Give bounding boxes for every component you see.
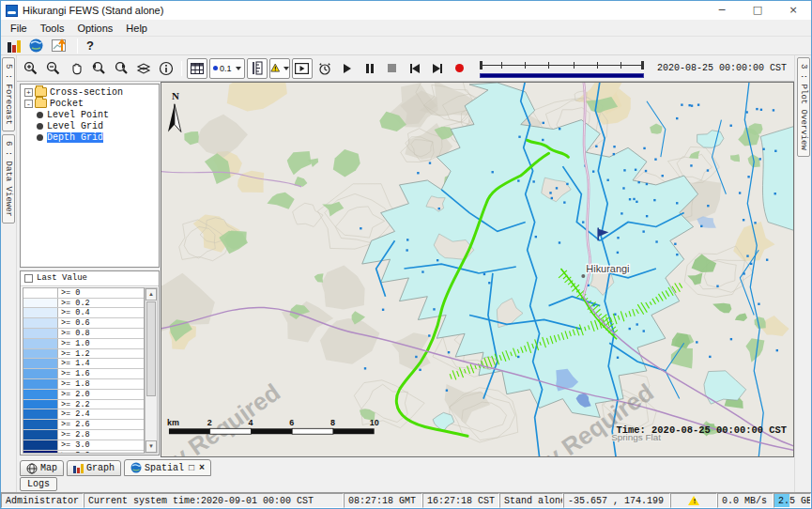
- timeseries-display-icon[interactable]: [52, 39, 69, 53]
- zoom-in-icon[interactable]: [21, 58, 41, 79]
- menu-bar: File Tools Options Help: [1, 20, 811, 37]
- panel-close-icon[interactable]: ×: [199, 463, 205, 473]
- layers-icon[interactable]: [133, 58, 154, 79]
- status-local-time: 16:27:18 CST: [422, 493, 499, 508]
- legend-threshold-label: >= 1.4: [57, 359, 144, 368]
- menu-file[interactable]: File: [5, 22, 33, 35]
- interval-dropdown[interactable]: 0.1: [209, 58, 245, 79]
- tab-forecast[interactable]: 5 : Forecast: [2, 57, 15, 131]
- interval-value: 0.1: [220, 64, 232, 73]
- map-toolbar: 0.1: [17, 55, 794, 82]
- wire-globe-icon: [26, 463, 38, 474]
- tree-item-level-grid[interactable]: Level Grid: [21, 120, 159, 131]
- last-value-checkbox[interactable]: [24, 274, 33, 283]
- globe-icon: [130, 462, 142, 473]
- legend-row: >= 1.4: [23, 359, 144, 369]
- tab-graph[interactable]: Graph: [67, 460, 121, 476]
- map-view[interactable]: API Key Required API Key Required N Hiku…: [161, 82, 794, 457]
- menu-tools[interactable]: Tools: [35, 22, 70, 35]
- chevron-down-icon: [236, 67, 241, 70]
- tree-item-depth-grid[interactable]: Depth Grid: [21, 131, 159, 143]
- movie-export-icon[interactable]: [292, 58, 313, 79]
- time-slider[interactable]: [478, 57, 646, 80]
- record-button[interactable]: [450, 58, 470, 79]
- zoom-previous-icon[interactable]: [88, 58, 109, 79]
- info-icon[interactable]: [156, 58, 176, 79]
- tree-item-label[interactable]: Level Point: [47, 110, 109, 120]
- menu-help[interactable]: Help: [120, 22, 153, 35]
- tree-item-label[interactable]: Cross-section: [50, 87, 123, 98]
- map-canvas[interactable]: API Key Required API Key Required N Hiku…: [161, 83, 793, 456]
- tree-item-label[interactable]: Pocket: [50, 99, 84, 109]
- tab-data-viewer[interactable]: 6 : Data Viewer: [2, 134, 15, 224]
- panel-maximize-icon[interactable]: □: [189, 463, 194, 473]
- bottom-tab-bar: Map Graph Spatial □ ×: [17, 457, 794, 476]
- app-icon: [6, 5, 18, 17]
- expand-icon[interactable]: +: [24, 88, 33, 97]
- legend-color-swatch: [23, 339, 57, 348]
- data-display-icon[interactable]: [7, 39, 23, 53]
- status-bar: Administrator Current system time:2020-0…: [1, 492, 811, 508]
- legend-color-swatch: [23, 379, 57, 389]
- logs-button[interactable]: Logs: [20, 477, 57, 491]
- legend-color-swatch: [23, 430, 57, 440]
- legend-threshold-label: >= 1.8: [57, 379, 144, 389]
- svg-text:8: 8: [330, 418, 335, 427]
- tab-plot-overview[interactable]: 3 : Plot Overview: [797, 57, 810, 157]
- first-step-button[interactable]: [405, 58, 425, 79]
- pause-button[interactable]: [360, 58, 380, 79]
- legend-row: >= 0.6: [23, 318, 144, 329]
- town-label: Hikurangi: [586, 263, 629, 274]
- north-label: N: [172, 90, 179, 101]
- play-button[interactable]: [337, 58, 358, 79]
- toolbar-separator: [181, 61, 182, 76]
- layer-bullet-icon: [37, 134, 43, 141]
- tab-spatial[interactable]: Spatial □ ×: [124, 459, 211, 476]
- tree-item-level-point[interactable]: Level Point: [21, 109, 159, 120]
- help-button[interactable]: ?: [86, 39, 94, 53]
- warning-dropdown[interactable]: [269, 58, 290, 79]
- minimize-button[interactable]: −: [704, 1, 740, 20]
- status-warning[interactable]: [670, 493, 717, 508]
- stop-button[interactable]: [382, 58, 403, 79]
- tree-item-label[interactable]: Depth Grid: [47, 132, 103, 143]
- legend-color-swatch: [23, 400, 57, 409]
- legend-row: >= 0.8: [23, 329, 144, 339]
- legend-scrollbar[interactable]: ▲ ▼: [145, 287, 158, 454]
- layer-bullet-icon: [37, 112, 43, 118]
- tab-map[interactable]: Map: [20, 460, 64, 476]
- legend-color-swatch: [23, 420, 57, 429]
- scroll-up-icon[interactable]: ▲: [146, 288, 157, 301]
- legend-threshold-label: >= 3.2: [57, 451, 144, 454]
- legend-color-swatch: [23, 440, 57, 450]
- legend-threshold-label: >= 1.2: [57, 349, 144, 359]
- scroll-down-icon[interactable]: ▼: [146, 440, 157, 453]
- legend-threshold-label: >= 2.4: [57, 409, 144, 419]
- zoom-out-icon[interactable]: [43, 58, 64, 79]
- zoom-next-icon[interactable]: [111, 58, 131, 79]
- last-step-button[interactable]: [427, 58, 448, 79]
- tree-item-pocket[interactable]: -Pocket: [21, 98, 159, 109]
- scroll-thumb[interactable]: [146, 301, 156, 397]
- scale-ruler-icon[interactable]: [247, 58, 268, 79]
- legend-threshold-label: >= 1.0: [57, 339, 144, 348]
- tree-item-label[interactable]: Level Grid: [47, 121, 103, 131]
- collapse-icon[interactable]: -: [24, 100, 33, 108]
- close-button[interactable]: ×: [775, 1, 811, 20]
- time-slider-range[interactable]: [480, 73, 644, 78]
- maximize-button[interactable]: □: [740, 1, 775, 20]
- legend-color-swatch: [23, 409, 57, 419]
- legend-threshold-label: >= 2.2: [57, 400, 144, 409]
- legend-color-swatch: [23, 329, 57, 338]
- legend-row: >= 1.6: [23, 369, 144, 379]
- pan-icon[interactable]: [66, 58, 86, 79]
- spatial-display-icon[interactable]: [29, 39, 46, 53]
- main-area: 5 : Forecast 6 : Data Viewer: [1, 55, 811, 492]
- legend-threshold-label: >= 0.4: [57, 308, 144, 317]
- menu-options[interactable]: Options: [71, 22, 118, 35]
- left-tab-strip: 5 : Forecast 6 : Data Viewer: [1, 55, 17, 492]
- set-time-icon[interactable]: [314, 58, 335, 79]
- svg-text:km: km: [167, 418, 179, 427]
- logs-row: Logs: [17, 476, 794, 492]
- grid-display-icon[interactable]: [187, 58, 207, 79]
